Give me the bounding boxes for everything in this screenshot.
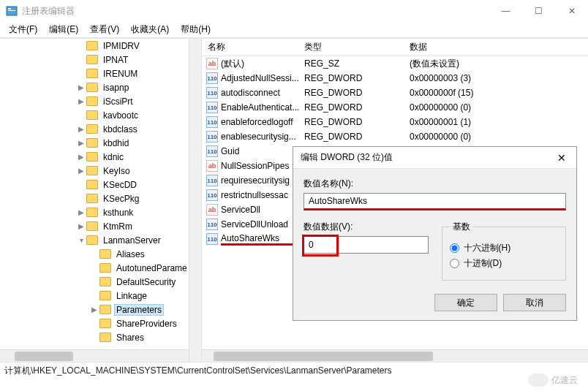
tree-item[interactable]: ·KSecPkg — [0, 191, 201, 205]
list-row[interactable]: 110enableforcedlogoffREG_DWORD0x00000001… — [202, 115, 588, 129]
tree-item[interactable]: ·KSecDD — [0, 178, 201, 191]
expand-icon[interactable]: ▶ — [76, 208, 86, 216]
tree-item[interactable]: ·ShareProviders — [0, 316, 201, 330]
expand-icon: · — [89, 264, 99, 272]
expand-icon[interactable]: ▶ — [76, 97, 86, 105]
tree-item[interactable]: ·IRENUM — [0, 67, 201, 80]
expand-icon[interactable]: ▾ — [76, 236, 86, 244]
col-type[interactable]: 类型 — [304, 41, 410, 53]
dword-icon: 110 — [206, 189, 218, 201]
dword-icon: 110 — [206, 116, 218, 128]
col-name[interactable]: 名称 — [202, 41, 304, 53]
list-row[interactable]: ab(默认)REG_SZ(数值未设置) — [202, 56, 588, 71]
radio-hex[interactable]: 十六进制(H) — [450, 242, 559, 254]
tree-item[interactable]: ▶kdnic — [0, 150, 201, 164]
svg-rect-1 — [8, 8, 11, 10]
row-data: 0x00000003 (3) — [410, 73, 588, 83]
expand-icon[interactable]: ▶ — [76, 153, 86, 161]
row-name: EnableAuthenticat... — [221, 102, 304, 113]
tree-item[interactable]: ·AutotunedParame — [0, 261, 201, 275]
svg-rect-2 — [8, 10, 15, 11]
expand-icon[interactable]: ▶ — [76, 167, 86, 175]
tree-item[interactable]: ·Linkage — [0, 289, 201, 303]
folder-icon — [86, 96, 98, 106]
tree-item[interactable]: ▶KeyIso — [0, 164, 201, 178]
tree-item[interactable]: ▶kbdclass — [0, 122, 201, 136]
tree-item[interactable]: ▾LanmanServer — [0, 233, 201, 247]
list-hscrollbar[interactable] — [202, 349, 588, 362]
tree-item-label: IPMIDRV — [101, 40, 142, 52]
tree-scrollbar[interactable] — [189, 39, 201, 362]
window-title: 注册表编辑器 — [22, 5, 489, 18]
maximize-button[interactable]: ☐ — [522, 0, 555, 22]
list-row[interactable]: 110enablesecuritysig...REG_DWORD0x000000… — [202, 129, 588, 144]
cancel-button[interactable]: 取消 — [503, 294, 566, 311]
minimize-button[interactable]: — — [489, 0, 522, 22]
tree-item-label: iScsiPrt — [101, 96, 135, 107]
menu-file[interactable]: 文件(F) — [4, 22, 42, 37]
row-type: REG_DWORD — [304, 132, 410, 142]
dword-icon: 110 — [206, 87, 218, 99]
tree-item-label: Parameters — [114, 304, 164, 316]
expand-icon[interactable]: ▶ — [76, 139, 86, 147]
statusbar: 计算机\HKEY_LOCAL_MACHINE\SYSTEM\CurrentCon… — [0, 362, 588, 379]
tree-item[interactable]: ▶Parameters — [0, 303, 201, 316]
value-name-input[interactable] — [304, 193, 566, 210]
menubar: 文件(F) 编辑(E) 查看(V) 收藏夹(A) 帮助(H) — [0, 22, 588, 38]
menu-edit[interactable]: 编辑(E) — [45, 22, 83, 37]
expand-icon[interactable]: ▶ — [76, 83, 86, 91]
folder-icon — [86, 221, 98, 231]
tree-scroll[interactable]: ·IPMIDRV·IPNAT·IRENUM▶isapnp▶iScsiPrt·ka… — [0, 39, 201, 362]
edit-dword-dialog: 编辑 DWORD (32 位)值 ✕ 数值名称(N): 数值数据(V): 基数 … — [293, 146, 577, 321]
string-icon: ab — [206, 160, 218, 172]
radio-dec[interactable]: 十进制(D) — [450, 257, 559, 270]
expand-icon[interactable]: ▶ — [89, 305, 99, 314]
folder-icon — [86, 124, 98, 134]
dialog-body: 数值名称(N): 数值数据(V): 基数 十六进制(H) 十进制(D) 确定 取… — [293, 169, 576, 320]
tree-item[interactable]: ·Aliases — [0, 247, 201, 261]
expand-icon: · — [89, 250, 99, 258]
tree-item[interactable]: ▶kbdhid — [0, 136, 201, 150]
string-icon: ab — [206, 204, 218, 216]
close-button[interactable]: ✕ — [555, 0, 588, 22]
tree-item-label: KeyIso — [101, 165, 132, 177]
expand-icon[interactable]: ▶ — [76, 125, 86, 133]
tree-item[interactable]: ▶isapnp — [0, 80, 201, 94]
value-data-input[interactable] — [304, 236, 429, 254]
row-name: enableforcedlogoff — [221, 117, 304, 127]
ok-button[interactable]: 确定 — [434, 294, 497, 311]
menu-favorites[interactable]: 收藏夹(A) — [127, 22, 173, 37]
tree-item[interactable]: ·DefaultSecurity — [0, 275, 201, 289]
tree-item-label: kbdhid — [101, 137, 131, 149]
folder-icon — [86, 180, 98, 189]
tree-item[interactable]: ·IPNAT — [0, 53, 201, 67]
tree-item[interactable]: ▶iScsiPrt — [0, 94, 201, 108]
folder-icon — [86, 41, 98, 50]
dword-icon: 110 — [206, 102, 218, 113]
folder-icon — [99, 263, 111, 273]
col-data[interactable]: 数据 — [410, 41, 588, 53]
tree-item[interactable]: ▶KtmRm — [0, 219, 201, 233]
base-legend: 基数 — [450, 221, 473, 233]
tree-item[interactable]: ·Shares — [0, 330, 201, 344]
tree-item[interactable]: ▶ksthunk — [0, 205, 201, 219]
menu-view[interactable]: 查看(V) — [86, 22, 124, 37]
tree-hscrollbar[interactable] — [0, 349, 189, 362]
expand-icon[interactable]: ▶ — [76, 222, 86, 230]
list-row[interactable]: 110EnableAuthenticat...REG_DWORD0x000000… — [202, 100, 588, 115]
list-row[interactable]: 110AdjustedNullSessi...REG_DWORD0x000000… — [202, 71, 588, 86]
tree-item-label: KtmRm — [101, 221, 135, 232]
dialog-titlebar[interactable]: 编辑 DWORD (32 位)值 ✕ — [293, 147, 576, 169]
tree-item[interactable]: ·IPMIDRV — [0, 39, 201, 53]
expand-icon: · — [89, 319, 99, 327]
menu-help[interactable]: 帮助(H) — [176, 22, 215, 37]
radio-hex-input[interactable] — [450, 243, 459, 253]
dialog-close-button[interactable]: ✕ — [547, 147, 576, 169]
tree-item[interactable]: ·kavbootc — [0, 108, 201, 122]
radio-dec-input[interactable] — [450, 259, 459, 268]
status-path: 计算机\HKEY_LOCAL_MACHINE\SYSTEM\CurrentCon… — [4, 365, 392, 377]
tree-item-label: Linkage — [114, 290, 149, 302]
folder-icon — [86, 55, 98, 64]
tree-item-label: Shares — [114, 332, 146, 343]
list-row[interactable]: 110autodisconnectREG_DWORD0x0000000f (15… — [202, 86, 588, 100]
